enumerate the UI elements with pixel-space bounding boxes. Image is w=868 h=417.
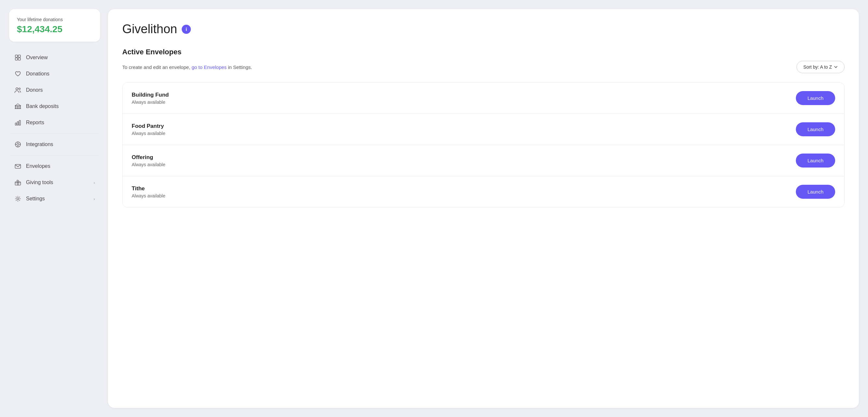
bar-chart-icon (14, 119, 22, 126)
bank-icon (14, 103, 22, 110)
chevron-down-icon (834, 65, 838, 69)
sidebar-item-label: Envelopes (26, 163, 51, 169)
lifetime-amount: $12,434.25 (17, 24, 92, 34)
launch-button-1[interactable]: Launch (796, 122, 835, 136)
svg-rect-11 (19, 120, 21, 125)
sidebar-item-label: Donations (26, 71, 50, 77)
lifetime-donations-card: Your lifetime donations $12,434.25 (9, 9, 100, 42)
envelope-name: Offering (132, 154, 165, 161)
svg-point-4 (16, 88, 18, 90)
svg-rect-10 (17, 122, 19, 125)
envelope-availability: Always available (132, 193, 165, 199)
svg-rect-16 (18, 182, 19, 185)
svg-rect-15 (15, 182, 21, 185)
svg-rect-9 (15, 123, 17, 125)
sort-button[interactable]: Sort by: A to Z (797, 61, 845, 73)
info-icon[interactable]: i (182, 25, 191, 34)
sidebar-item-donors[interactable]: Donors (9, 82, 100, 98)
nav-divider (9, 133, 100, 134)
gear-icon (14, 195, 22, 202)
svg-rect-1 (18, 55, 21, 57)
sidebar-item-integrations[interactable]: Integrations (9, 136, 100, 153)
gift-icon (14, 179, 22, 186)
svg-point-5 (19, 88, 21, 90)
envelope-name: Food Pantry (132, 123, 165, 129)
sidebar-item-label: Donors (26, 87, 43, 93)
sidebar-item-settings[interactable]: Settings › (9, 190, 100, 207)
table-row: Tithe Always available Launch (123, 176, 844, 207)
sidebar-item-bank-deposits[interactable]: Bank deposits (9, 98, 100, 115)
launch-button-2[interactable]: Launch (796, 153, 835, 168)
launch-button-3[interactable]: Launch (796, 185, 835, 199)
svg-rect-0 (15, 55, 18, 57)
svg-point-17 (17, 198, 19, 200)
page-header: Givelithon i (122, 22, 845, 36)
sidebar-item-giving-tools[interactable]: Giving tools › (9, 174, 100, 190)
envelope-availability: Always available (132, 162, 165, 167)
sidebar-item-label: Bank deposits (26, 103, 59, 109)
envelope-info: Tithe Always available (132, 185, 165, 199)
heart-icon (14, 70, 22, 78)
sidebar-item-envelopes[interactable]: Envelopes (9, 158, 100, 174)
chevron-right-icon-2: › (94, 197, 95, 201)
sidebar-item-label: Integrations (26, 142, 53, 147)
envelope-availability: Always available (132, 131, 165, 136)
section-subtitle: To create and edit an envelope, go to En… (122, 61, 845, 73)
nav-list: Overview Donations (9, 50, 100, 207)
chevron-right-icon: › (94, 180, 95, 185)
sort-label: Sort by: A to Z (803, 64, 832, 69)
sidebar-item-label: Settings (26, 196, 45, 202)
envelope-name: Building Fund (132, 92, 169, 98)
sidebar-item-overview[interactable]: Overview (9, 50, 100, 66)
envelope-info: Food Pantry Always available (132, 123, 165, 136)
lifetime-label: Your lifetime donations (17, 17, 92, 22)
go-to-envelopes-link[interactable]: go to Envelopes (192, 64, 227, 70)
users-icon (14, 87, 22, 94)
integrations-icon (14, 141, 22, 148)
sidebar-item-label: Reports (26, 120, 44, 125)
nav-divider-2 (9, 155, 100, 155)
svg-rect-6 (15, 106, 16, 108)
table-row: Offering Always available Launch (123, 145, 844, 176)
table-row: Building Fund Always available Launch (123, 83, 844, 114)
grid-icon (14, 54, 22, 61)
svg-rect-2 (15, 58, 18, 60)
envelope-icon (14, 162, 22, 170)
envelope-availability: Always available (132, 99, 169, 105)
sidebar-item-reports[interactable]: Reports (9, 115, 100, 131)
section-title: Active Envelopes (122, 48, 845, 56)
sidebar: Your lifetime donations $12,434.25 Overv… (9, 9, 100, 408)
subtitle-text: To create and edit an envelope, go to En… (122, 64, 252, 70)
launch-button-0[interactable]: Launch (796, 91, 835, 105)
page-title: Givelithon (122, 22, 177, 36)
svg-rect-3 (18, 58, 21, 60)
main-content: Givelithon i Active Envelopes To create … (108, 9, 859, 408)
table-row: Food Pantry Always available Launch (123, 114, 844, 145)
sidebar-item-label: Giving tools (26, 180, 53, 185)
sidebar-item-donations[interactable]: Donations (9, 66, 100, 82)
sidebar-item-label: Overview (26, 55, 48, 60)
active-envelopes-section: Active Envelopes To create and edit an e… (122, 48, 845, 208)
svg-rect-7 (18, 106, 19, 108)
svg-point-13 (17, 144, 19, 145)
app-container: Your lifetime donations $12,434.25 Overv… (0, 0, 868, 417)
envelope-name: Tithe (132, 185, 165, 192)
envelope-list: Building Fund Always available Launch (122, 82, 845, 208)
svg-rect-8 (20, 106, 21, 108)
envelope-info: Building Fund Always available (132, 92, 169, 105)
envelope-info: Offering Always available (132, 154, 165, 167)
